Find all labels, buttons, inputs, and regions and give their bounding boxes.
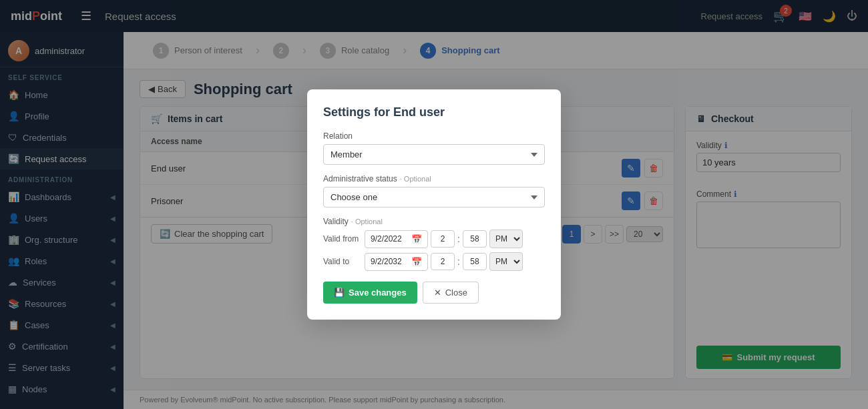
modal-actions: 💾 Save changes ✕ Close: [323, 282, 545, 304]
calendar-icon-from: 📅: [411, 234, 422, 244]
valid-to-hour[interactable]: [431, 253, 455, 270]
valid-to-date-text: 9/2/2032: [371, 257, 402, 266]
save-button[interactable]: 💾 Save changes: [323, 282, 417, 304]
close-label: Close: [445, 288, 467, 298]
relation-select[interactable]: Member Manager: [323, 144, 545, 165]
valid-from-date-text: 9/2/2022: [371, 234, 402, 244]
valid-from-date-input[interactable]: 9/2/2022 📅: [365, 230, 428, 248]
save-label: Save changes: [349, 288, 407, 298]
time-sep-to: :: [457, 256, 460, 267]
valid-to-row: Valid to 9/2/2032 📅 : PM AM: [323, 252, 545, 271]
admin-status-select[interactable]: Choose one Enabled Disabled: [323, 187, 545, 208]
validity-section: Validity · Optional Valid from 9/2/2022 …: [323, 217, 545, 271]
admin-status-label: Administrative status · Optional: [323, 174, 545, 183]
modal-overlay[interactable]: Settings for End user Relation Member Ma…: [0, 0, 868, 409]
valid-to-ampm[interactable]: PM AM: [489, 252, 523, 271]
close-button[interactable]: ✕ Close: [423, 282, 479, 304]
valid-from-row: Valid from 9/2/2022 📅 : PM AM: [323, 230, 545, 248]
relation-label: Relation: [323, 131, 545, 141]
valid-to-date-input[interactable]: 9/2/2032 📅: [365, 253, 428, 271]
valid-from-hour[interactable]: [431, 230, 455, 248]
valid-to-label: Valid to: [323, 257, 362, 266]
relation-field: Relation Member Manager: [323, 131, 545, 165]
valid-from-min[interactable]: [463, 230, 487, 248]
admin-status-field: Administrative status · Optional Choose …: [323, 174, 545, 208]
close-icon: ✕: [434, 288, 441, 298]
valid-from-label: Valid from: [323, 234, 362, 244]
calendar-icon-to: 📅: [411, 257, 422, 267]
settings-modal: Settings for End user Relation Member Ma…: [307, 89, 561, 320]
save-icon: 💾: [334, 288, 345, 298]
valid-to-min[interactable]: [463, 253, 487, 270]
validity-section-label: Validity · Optional: [323, 217, 545, 226]
time-sep-from: :: [457, 234, 460, 244]
modal-title: Settings for End user: [323, 105, 545, 119]
valid-from-ampm[interactable]: PM AM: [489, 230, 523, 248]
